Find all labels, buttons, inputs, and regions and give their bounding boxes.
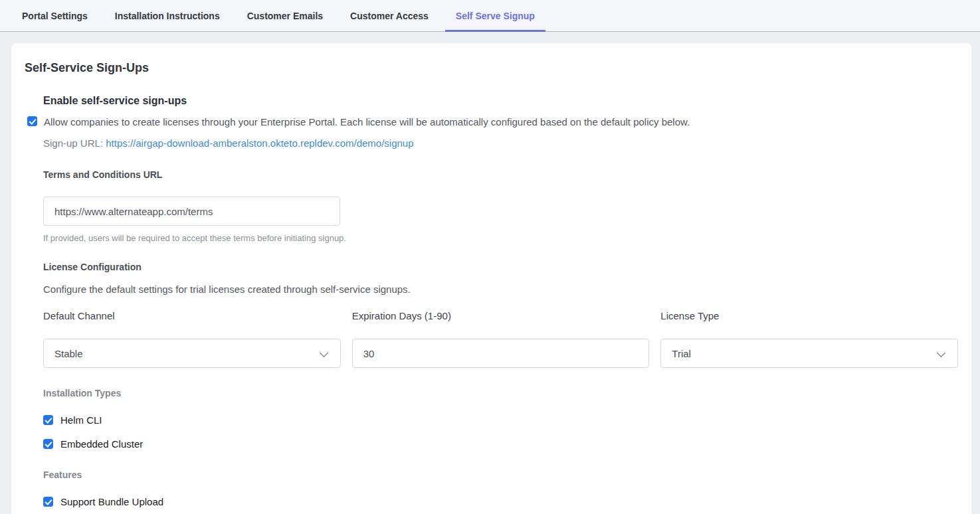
license-type-value: Trial: [672, 348, 691, 359]
embedded-cluster-checkbox[interactable]: [43, 439, 53, 449]
license-config-grid: Default Channel Stable Expiration Days (…: [43, 310, 958, 368]
installation-types-heading: Installation Types: [43, 388, 958, 398]
tab-customer-access[interactable]: Customer Access: [340, 0, 439, 31]
features-heading: Features: [43, 470, 958, 480]
checkbox-row-support-bundle-upload[interactable]: Support Bundle Upload: [43, 496, 163, 507]
expiration-days-value: 30: [363, 348, 375, 359]
support-bundle-upload-checkbox[interactable]: [43, 497, 53, 507]
enable-signups-checkbox[interactable]: [27, 116, 37, 126]
enable-signups-heading: Enable self-service sign-ups: [43, 95, 958, 107]
tab-self-serve-signup[interactable]: Self Serve Signup: [445, 0, 545, 31]
self-service-signups-card: Self-Service Sign-Ups Enable self-servic…: [11, 43, 971, 514]
helm-cli-label: Helm CLI: [60, 414, 102, 426]
embedded-cluster-label: Embedded Cluster: [60, 438, 143, 450]
license-type-select[interactable]: Trial: [660, 339, 958, 368]
license-type-label: License Type: [660, 310, 958, 321]
default-channel-label: Default Channel: [43, 310, 341, 321]
tab-customer-emails[interactable]: Customer Emails: [237, 0, 334, 31]
terms-url-input[interactable]: [43, 197, 340, 226]
signup-url-row: Sign-up URL: https://airgap-download-amb…: [43, 137, 958, 149]
checkbox-row-helm-cli[interactable]: Helm CLI: [43, 414, 102, 426]
expiration-days-label: Expiration Days (1-90): [352, 310, 650, 321]
license-configuration-heading: License Configuration: [43, 262, 958, 272]
support-bundle-upload-label: Support Bundle Upload: [60, 496, 163, 507]
expiration-days-input[interactable]: 30: [352, 339, 650, 368]
enable-signups-row: Allow companies to create licenses throu…: [27, 116, 958, 129]
signup-url-link[interactable]: https://airgap-download-amberalston.okte…: [106, 137, 413, 149]
settings-tab-bar: Portal Settings Installation Instruction…: [0, 0, 980, 32]
checkbox-row-embedded-cluster[interactable]: Embedded Cluster: [43, 438, 143, 450]
tab-installation-instructions[interactable]: Installation Instructions: [104, 0, 231, 31]
default-channel-select[interactable]: Stable: [43, 339, 341, 368]
license-configuration-description: Configure the default settings for trial…: [43, 284, 958, 295]
terms-url-label: Terms and Conditions URL: [43, 169, 958, 180]
default-channel-value: Stable: [54, 348, 83, 359]
tab-portal-settings[interactable]: Portal Settings: [11, 0, 98, 31]
terms-url-helper-text: If provided, users will be required to a…: [43, 233, 958, 243]
enable-signups-description: Allow companies to create licenses throu…: [44, 116, 690, 129]
page-title: Self-Service Sign-Ups: [25, 61, 958, 75]
helm-cli-checkbox[interactable]: [43, 415, 53, 425]
signup-url-label: Sign-up URL:: [43, 137, 103, 149]
